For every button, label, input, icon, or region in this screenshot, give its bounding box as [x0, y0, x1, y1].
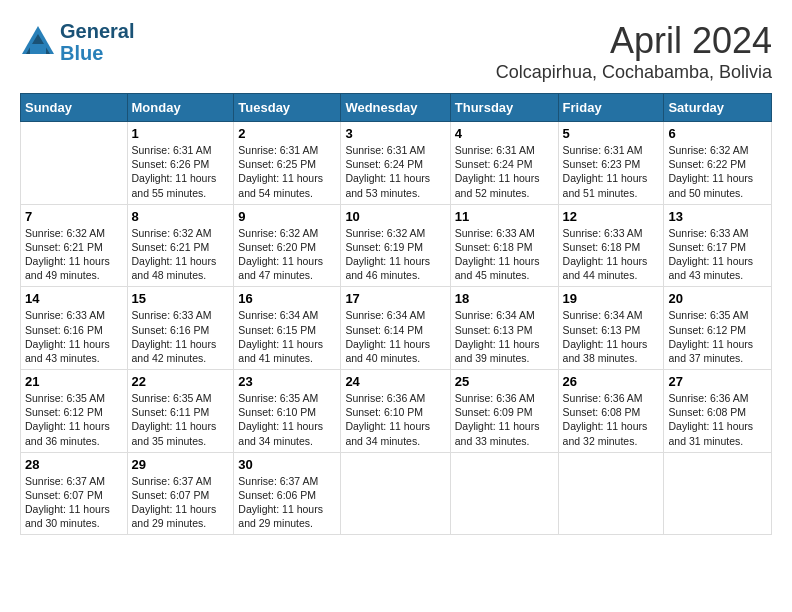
day-number: 28: [25, 457, 123, 472]
day-number: 14: [25, 291, 123, 306]
column-header-thursday: Thursday: [450, 94, 558, 122]
day-cell: 29Sunrise: 6:37 AMSunset: 6:07 PMDayligh…: [127, 452, 234, 535]
day-cell: 14Sunrise: 6:33 AMSunset: 6:16 PMDayligh…: [21, 287, 128, 370]
day-cell: 2Sunrise: 6:31 AMSunset: 6:25 PMDaylight…: [234, 122, 341, 205]
column-header-wednesday: Wednesday: [341, 94, 450, 122]
day-info: Sunrise: 6:35 AMSunset: 6:10 PMDaylight:…: [238, 391, 336, 448]
day-number: 25: [455, 374, 554, 389]
day-info: Sunrise: 6:31 AMSunset: 6:23 PMDaylight:…: [563, 143, 660, 200]
day-info: Sunrise: 6:33 AMSunset: 6:18 PMDaylight:…: [563, 226, 660, 283]
day-cell: 9Sunrise: 6:32 AMSunset: 6:20 PMDaylight…: [234, 204, 341, 287]
day-cell: [450, 452, 558, 535]
day-number: 4: [455, 126, 554, 141]
day-number: 7: [25, 209, 123, 224]
day-cell: 20Sunrise: 6:35 AMSunset: 6:12 PMDayligh…: [664, 287, 772, 370]
day-cell: [664, 452, 772, 535]
calendar-header-row: SundayMondayTuesdayWednesdayThursdayFrid…: [21, 94, 772, 122]
week-row-2: 7Sunrise: 6:32 AMSunset: 6:21 PMDaylight…: [21, 204, 772, 287]
day-cell: [21, 122, 128, 205]
day-info: Sunrise: 6:35 AMSunset: 6:11 PMDaylight:…: [132, 391, 230, 448]
day-cell: 28Sunrise: 6:37 AMSunset: 6:07 PMDayligh…: [21, 452, 128, 535]
day-info: Sunrise: 6:36 AMSunset: 6:09 PMDaylight:…: [455, 391, 554, 448]
day-number: 2: [238, 126, 336, 141]
week-row-3: 14Sunrise: 6:33 AMSunset: 6:16 PMDayligh…: [21, 287, 772, 370]
logo: General Blue: [20, 20, 134, 64]
day-info: Sunrise: 6:33 AMSunset: 6:16 PMDaylight:…: [25, 308, 123, 365]
day-cell: 21Sunrise: 6:35 AMSunset: 6:12 PMDayligh…: [21, 370, 128, 453]
day-number: 3: [345, 126, 445, 141]
day-cell: 24Sunrise: 6:36 AMSunset: 6:10 PMDayligh…: [341, 370, 450, 453]
day-info: Sunrise: 6:31 AMSunset: 6:26 PMDaylight:…: [132, 143, 230, 200]
column-header-monday: Monday: [127, 94, 234, 122]
column-header-friday: Friday: [558, 94, 664, 122]
day-cell: 23Sunrise: 6:35 AMSunset: 6:10 PMDayligh…: [234, 370, 341, 453]
day-number: 11: [455, 209, 554, 224]
day-cell: 3Sunrise: 6:31 AMSunset: 6:24 PMDaylight…: [341, 122, 450, 205]
column-header-saturday: Saturday: [664, 94, 772, 122]
column-header-tuesday: Tuesday: [234, 94, 341, 122]
day-cell: 30Sunrise: 6:37 AMSunset: 6:06 PMDayligh…: [234, 452, 341, 535]
logo-icon: [20, 24, 56, 60]
day-number: 13: [668, 209, 767, 224]
calendar-table: SundayMondayTuesdayWednesdayThursdayFrid…: [20, 93, 772, 535]
day-cell: 5Sunrise: 6:31 AMSunset: 6:23 PMDaylight…: [558, 122, 664, 205]
day-info: Sunrise: 6:37 AMSunset: 6:06 PMDaylight:…: [238, 474, 336, 531]
day-info: Sunrise: 6:33 AMSunset: 6:17 PMDaylight:…: [668, 226, 767, 283]
day-cell: 26Sunrise: 6:36 AMSunset: 6:08 PMDayligh…: [558, 370, 664, 453]
column-header-sunday: Sunday: [21, 94, 128, 122]
day-number: 9: [238, 209, 336, 224]
day-number: 19: [563, 291, 660, 306]
day-cell: 27Sunrise: 6:36 AMSunset: 6:08 PMDayligh…: [664, 370, 772, 453]
week-row-1: 1Sunrise: 6:31 AMSunset: 6:26 PMDaylight…: [21, 122, 772, 205]
day-info: Sunrise: 6:34 AMSunset: 6:13 PMDaylight:…: [455, 308, 554, 365]
day-number: 21: [25, 374, 123, 389]
day-number: 18: [455, 291, 554, 306]
logo-text-general: General: [60, 20, 134, 42]
day-number: 10: [345, 209, 445, 224]
day-cell: 16Sunrise: 6:34 AMSunset: 6:15 PMDayligh…: [234, 287, 341, 370]
svg-rect-2: [30, 44, 46, 54]
day-info: Sunrise: 6:32 AMSunset: 6:19 PMDaylight:…: [345, 226, 445, 283]
day-cell: 12Sunrise: 6:33 AMSunset: 6:18 PMDayligh…: [558, 204, 664, 287]
day-info: Sunrise: 6:31 AMSunset: 6:24 PMDaylight:…: [455, 143, 554, 200]
day-number: 26: [563, 374, 660, 389]
day-cell: 15Sunrise: 6:33 AMSunset: 6:16 PMDayligh…: [127, 287, 234, 370]
day-number: 29: [132, 457, 230, 472]
day-number: 16: [238, 291, 336, 306]
day-number: 24: [345, 374, 445, 389]
day-number: 12: [563, 209, 660, 224]
day-info: Sunrise: 6:37 AMSunset: 6:07 PMDaylight:…: [132, 474, 230, 531]
day-cell: 8Sunrise: 6:32 AMSunset: 6:21 PMDaylight…: [127, 204, 234, 287]
day-cell: 7Sunrise: 6:32 AMSunset: 6:21 PMDaylight…: [21, 204, 128, 287]
day-cell: 18Sunrise: 6:34 AMSunset: 6:13 PMDayligh…: [450, 287, 558, 370]
day-number: 30: [238, 457, 336, 472]
day-number: 8: [132, 209, 230, 224]
day-info: Sunrise: 6:31 AMSunset: 6:24 PMDaylight:…: [345, 143, 445, 200]
day-number: 1: [132, 126, 230, 141]
logo-text-blue: Blue: [60, 42, 134, 64]
day-info: Sunrise: 6:36 AMSunset: 6:08 PMDaylight:…: [668, 391, 767, 448]
week-row-5: 28Sunrise: 6:37 AMSunset: 6:07 PMDayligh…: [21, 452, 772, 535]
day-number: 27: [668, 374, 767, 389]
day-cell: 6Sunrise: 6:32 AMSunset: 6:22 PMDaylight…: [664, 122, 772, 205]
day-info: Sunrise: 6:35 AMSunset: 6:12 PMDaylight:…: [668, 308, 767, 365]
day-info: Sunrise: 6:31 AMSunset: 6:25 PMDaylight:…: [238, 143, 336, 200]
day-cell: 1Sunrise: 6:31 AMSunset: 6:26 PMDaylight…: [127, 122, 234, 205]
page-header: General Blue April 2024 Colcapirhua, Coc…: [20, 20, 772, 83]
day-info: Sunrise: 6:33 AMSunset: 6:16 PMDaylight:…: [132, 308, 230, 365]
week-row-4: 21Sunrise: 6:35 AMSunset: 6:12 PMDayligh…: [21, 370, 772, 453]
day-info: Sunrise: 6:34 AMSunset: 6:14 PMDaylight:…: [345, 308, 445, 365]
day-info: Sunrise: 6:32 AMSunset: 6:21 PMDaylight:…: [132, 226, 230, 283]
day-info: Sunrise: 6:34 AMSunset: 6:15 PMDaylight:…: [238, 308, 336, 365]
day-number: 17: [345, 291, 445, 306]
day-info: Sunrise: 6:33 AMSunset: 6:18 PMDaylight:…: [455, 226, 554, 283]
day-number: 20: [668, 291, 767, 306]
day-cell: 13Sunrise: 6:33 AMSunset: 6:17 PMDayligh…: [664, 204, 772, 287]
day-cell: 17Sunrise: 6:34 AMSunset: 6:14 PMDayligh…: [341, 287, 450, 370]
day-cell: [341, 452, 450, 535]
day-cell: 19Sunrise: 6:34 AMSunset: 6:13 PMDayligh…: [558, 287, 664, 370]
day-info: Sunrise: 6:35 AMSunset: 6:12 PMDaylight:…: [25, 391, 123, 448]
day-info: Sunrise: 6:36 AMSunset: 6:10 PMDaylight:…: [345, 391, 445, 448]
day-info: Sunrise: 6:34 AMSunset: 6:13 PMDaylight:…: [563, 308, 660, 365]
day-number: 15: [132, 291, 230, 306]
